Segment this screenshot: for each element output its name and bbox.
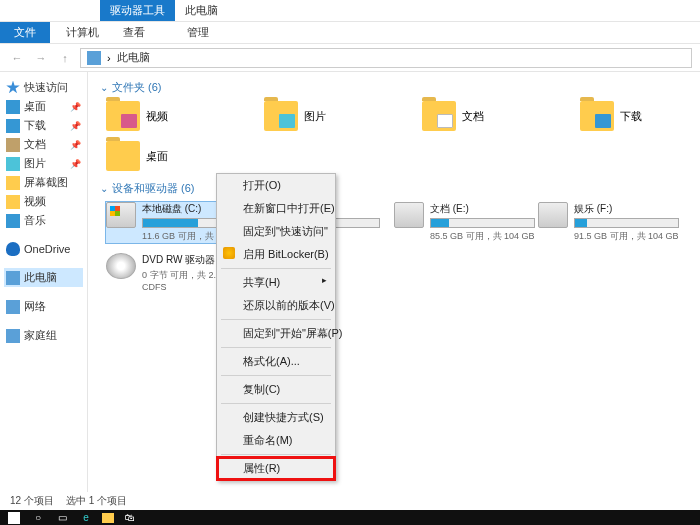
sidebar-pictures[interactable]: 图片📌 [4, 154, 83, 173]
taskbar-explorer[interactable] [102, 513, 114, 523]
title-bar: 驱动器工具 此电脑 [0, 0, 700, 22]
homegroup-icon [6, 329, 20, 343]
start-button[interactable] [6, 512, 22, 524]
ribbon-computer[interactable]: 计算机 [54, 22, 111, 43]
drive-sub: 85.5 GB 可用，共 104 GB [430, 230, 535, 243]
drive-name: 文档 (E:) [430, 202, 535, 216]
drive-name: 娱乐 (F:) [574, 202, 679, 216]
shield-icon [223, 247, 235, 259]
folder-icon [422, 101, 456, 131]
drive-icon [394, 202, 424, 228]
drive-icon [538, 202, 568, 228]
sidebar-network[interactable]: 网络 [4, 297, 83, 316]
sidebar-documents[interactable]: 文档📌 [4, 135, 83, 154]
drive-capacity-bar [574, 218, 679, 228]
drive-item[interactable]: 娱乐 (F:)91.5 GB 可用，共 104 GB [538, 202, 668, 243]
windows-icon [8, 512, 20, 524]
picture-icon [6, 157, 20, 171]
sidebar-homegroup[interactable]: 家庭组 [4, 326, 83, 345]
folder-icon [580, 101, 614, 131]
main-content: 文件夹 (6) 视频 图片 文档 下载 桌面 设备和驱动器 (6) 本地磁盘 (… [88, 72, 700, 492]
menu-copy[interactable]: 复制(C) [217, 378, 335, 401]
taskbar-edge[interactable]: e [78, 512, 94, 524]
menu-restore-previous[interactable]: 还原以前的版本(V) [217, 294, 335, 317]
folder-icon [6, 176, 20, 190]
cloud-icon [6, 242, 20, 256]
pin-icon: 📌 [70, 121, 81, 131]
folder-videos[interactable]: 视频 [106, 101, 214, 131]
taskbar-store[interactable]: 🛍 [122, 512, 138, 524]
ribbon-view[interactable]: 查看 [111, 22, 157, 43]
folder-icon [264, 101, 298, 131]
devices-section-header[interactable]: 设备和驱动器 (6) [100, 181, 688, 196]
file-menu[interactable]: 文件 [0, 22, 50, 43]
sidebar-videos[interactable]: 视频 [4, 192, 83, 211]
drive-sub: 91.5 GB 可用，共 104 GB [574, 230, 679, 243]
folder-desktop[interactable]: 桌面 [106, 141, 226, 171]
menu-rename[interactable]: 重命名(M) [217, 429, 335, 452]
drive-capacity-bar [430, 218, 535, 228]
menu-open[interactable]: 打开(O) [217, 174, 335, 197]
pin-icon: 📌 [70, 159, 81, 169]
folder-icon [106, 101, 140, 131]
breadcrumb[interactable]: › [107, 52, 111, 64]
pin-icon: 📌 [70, 102, 81, 112]
sidebar-music[interactable]: 音乐 [4, 211, 83, 230]
menu-create-shortcut[interactable]: 创建快捷方式(S) [217, 406, 335, 429]
pin-icon: 📌 [70, 140, 81, 150]
sidebar-this-pc[interactable]: 此电脑 [4, 268, 83, 287]
desktop-icon [6, 100, 20, 114]
address-bar[interactable]: › 此电脑 [80, 48, 692, 68]
drive-item[interactable]: 文档 (E:)85.5 GB 可用，共 104 GB [394, 202, 524, 243]
network-icon [6, 300, 20, 314]
music-icon [6, 214, 20, 228]
pc-icon [6, 271, 20, 285]
folder-icon [6, 195, 20, 209]
navigation-pane: 快速访问 桌面📌 下载📌 文档📌 图片📌 屏幕截图 视频 音乐 OneDrive… [0, 72, 88, 492]
drive-icon [106, 253, 136, 279]
menu-properties[interactable]: 属性(R) [217, 457, 335, 480]
sidebar-desktop[interactable]: 桌面📌 [4, 97, 83, 116]
taskbar: ○ ▭ e 🛍 [0, 510, 700, 525]
address-bar-row: ← → ↑ › 此电脑 [0, 44, 700, 72]
up-button[interactable]: ↑ [56, 49, 74, 67]
ribbon: 文件 计算机 查看 管理 [0, 22, 700, 44]
status-bar: 12 个项目 选中 1 个项目 [0, 492, 137, 510]
sidebar-downloads[interactable]: 下载📌 [4, 116, 83, 135]
ribbon-manage[interactable]: 管理 [175, 22, 221, 43]
menu-bitlocker[interactable]: 启用 BitLocker(B) [217, 243, 335, 266]
item-count: 12 个项目 [10, 494, 54, 508]
breadcrumb-location[interactable]: 此电脑 [117, 50, 150, 65]
sidebar-screenshots[interactable]: 屏幕截图 [4, 173, 83, 192]
forward-button[interactable]: → [32, 49, 50, 67]
folder-downloads[interactable]: 下载 [580, 101, 688, 131]
pc-icon [87, 51, 101, 65]
window-title: 此电脑 [175, 0, 228, 21]
menu-open-new-window[interactable]: 在新窗口中打开(E) [217, 197, 335, 220]
menu-pin-quick-access[interactable]: 固定到"快速访问" [217, 220, 335, 243]
download-icon [6, 119, 20, 133]
folder-icon [106, 141, 140, 171]
folders-section-header[interactable]: 文件夹 (6) [100, 80, 688, 95]
task-view-button[interactable]: ▭ [54, 512, 70, 524]
context-menu: 打开(O) 在新窗口中打开(E) 固定到"快速访问" 启用 BitLocker(… [216, 173, 336, 481]
star-icon [6, 81, 20, 95]
back-button[interactable]: ← [8, 49, 26, 67]
sidebar-quick-access[interactable]: 快速访问 [4, 78, 83, 97]
menu-share[interactable]: 共享(H) [217, 271, 335, 294]
tool-tab[interactable]: 驱动器工具 [100, 0, 175, 21]
folder-pictures[interactable]: 图片 [264, 101, 372, 131]
folder-documents[interactable]: 文档 [422, 101, 530, 131]
document-icon [6, 138, 20, 152]
cortana-button[interactable]: ○ [30, 512, 46, 524]
menu-pin-start[interactable]: 固定到"开始"屏幕(P) [217, 322, 335, 345]
selection-count: 选中 1 个项目 [66, 494, 127, 508]
drive-icon [106, 202, 136, 228]
sidebar-onedrive[interactable]: OneDrive [4, 240, 83, 258]
menu-format[interactable]: 格式化(A)... [217, 350, 335, 373]
